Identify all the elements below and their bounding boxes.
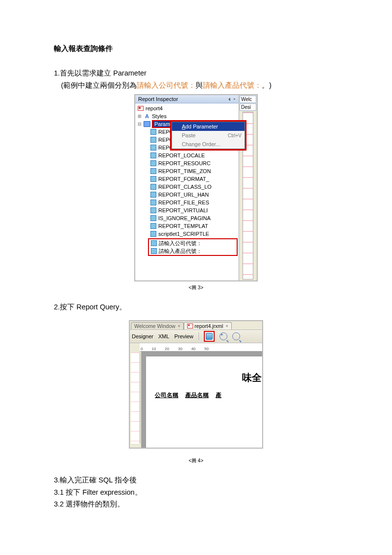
pin-icon[interactable]: ⏴ ▾ [227,97,236,101]
param-label: REPORT_CLASS_LO [158,184,212,190]
panel-title: Report Inspector ⏴ ▾ [135,95,239,103]
orange-param2: 請輸入產品代號： [203,81,262,89]
parameter-icon [150,160,156,166]
context-menu: Add Parameter Paste Ctrl+V Change Order.… [172,122,245,149]
ruler-tick: 20 [165,347,169,351]
report-query-button[interactable] [204,331,215,342]
param-label: REPORT_FORMAT_ [158,176,209,182]
step-3: 3.輸入完正確 SQL 指令後 [54,474,338,486]
parameter-icon [150,231,156,237]
ruler-tick: 40 [191,347,196,351]
step-3-1: 3.1 按下 Filter expression。 [54,486,338,499]
tree-styles[interactable]: ⊞ A Styles [136,112,239,120]
ctx-paste[interactable]: Paste Ctrl+V [172,131,245,140]
inspector-title: Report Inspector [138,96,178,102]
ruler-tick: 50 [204,347,209,351]
horizontal-ruler: 01020304050 [140,343,262,352]
parameter-icon [150,223,156,229]
step-1-line1: 1.首先以需求建立 Parameter [54,67,338,79]
param-label: scriptlet1_SCRIPTLE [158,231,209,237]
zoom-out-icon[interactable] [232,332,240,340]
close-icon[interactable]: × [225,324,228,328]
col-product: 產品名稱 [185,391,209,400]
zoom-in-icon[interactable] [220,332,227,340]
root-label: report4 [146,105,163,111]
orange-param1: 請輸入公司代號： [137,81,196,89]
tab-welcome-label: Welcome Window [134,323,175,329]
param-item[interactable]: REPORT_CLASS_LO [150,183,239,191]
database-icon [206,333,213,340]
parameter-icon [150,200,156,205]
param-item[interactable]: REPORT_LOCALE [150,151,239,159]
report-icon [138,106,144,111]
right-tab-designer[interactable]: Desi [240,103,256,111]
ctx-change-order[interactable]: Change Order... [172,140,245,149]
ctx-change-label: Change Order... [182,141,220,147]
ruler-tick: 10 [151,347,156,351]
param-item[interactable]: REPORT_FORMAT_ [150,175,239,183]
design-canvas[interactable]: 味全 公司名稱 產品名稱 產 [141,352,262,448]
ctx-add-parameter[interactable]: Add Parameter [172,122,245,131]
param-label: REPORT_TEMPLAT [158,223,208,229]
parameter-icon [150,129,156,135]
step-1-line2: (範例中建立兩個分別為請輸入公司代號：與請輸入產品代號：。) [54,79,338,92]
styles-icon: A [144,113,150,119]
param-label: IS_IGNORE_PAGINA [158,215,211,221]
param-item[interactable]: REPORT_TEMPLAT [150,222,239,230]
parameter-icon [150,152,156,158]
param-item[interactable]: REPORT_URL_HAN [150,191,239,199]
report-icon [187,324,193,328]
param-label: 請輸入產品代號： [159,248,202,255]
custom-param-item[interactable]: 請輸入產品代號： [149,247,237,255]
custom-param-item[interactable]: 請輸入公司代號： [149,239,237,247]
folder-icon [144,121,150,127]
tab-xml[interactable]: XML [158,333,170,339]
tab-designer[interactable]: Designer [132,333,153,339]
parameter-icon [150,176,156,182]
close-icon[interactable]: × [178,324,180,328]
separator [198,332,199,340]
designer-toolbar: Designer XML Preview [130,329,262,343]
step-2: 2.按下 Report Query。 [54,301,338,313]
parameter-icon [150,145,156,151]
parameter-icon [150,184,156,190]
param-item[interactable]: REPORT_RESOURC [150,159,239,167]
param-label: REPORT_RESOURC [158,160,211,166]
figure-4-caption: <圖 4> [54,457,338,464]
ruler-tick: 0 [141,347,143,351]
step1-2a: (範例中建立兩個分別為 [61,81,137,89]
report-page: 味全 公司名稱 產品名稱 產 [146,356,262,448]
report-title-text: 味全 [146,371,262,384]
param-label: 請輸入公司代號： [159,240,202,247]
tree-root[interactable]: report4 [136,104,239,112]
parameter-icon [150,137,156,143]
step1-2c: 與 [196,81,203,89]
ruler-tick: 30 [178,347,182,351]
col-company: 公司名稱 [155,391,178,400]
tab-report4-label: report4.jrxml [195,323,223,329]
section-heading: 輸入報表查詢條件 [54,44,338,53]
parameter-icon [150,215,156,221]
param-label: REPORT_LOCALE [158,152,205,158]
custom-params-highlight: 請輸入公司代號：請輸入產品代號： [148,238,238,256]
tab-report4[interactable]: report4.jrxml× [184,322,232,329]
step1-2e: 。) [262,81,271,89]
param-item[interactable]: REPORT_FILE_RES [150,199,239,206]
param-item[interactable]: IS_IGNORE_PAGINA [150,214,239,222]
parameter-icon [150,207,156,213]
parameter-icon [150,168,156,174]
param-label: REPORT_VIRTUALI [158,207,208,213]
step-3-2: 3.2 選擇物件的類別。 [54,498,338,510]
right-tab-welcome[interactable]: Welc [240,96,256,103]
tab-welcome-window[interactable]: Welcome Window× [131,322,184,329]
param-item[interactable]: REPORT_TIME_ZON [150,167,239,175]
figure-3-caption: <圖 3> [54,284,338,291]
tab-preview[interactable]: Preview [174,333,194,339]
param-item[interactable]: REPORT_VIRTUALI [150,206,239,214]
col-trunc: 產 [216,391,221,400]
param-label: REPORT_FILE_RES [158,200,209,205]
parameter-icon [151,248,157,254]
ctx-paste-shortcut: Ctrl+V [228,133,242,138]
figure-4: Welcome Window× report4.jrxml× Designer … [129,320,263,449]
param-item[interactable]: scriptlet1_SCRIPTLE [150,230,239,238]
